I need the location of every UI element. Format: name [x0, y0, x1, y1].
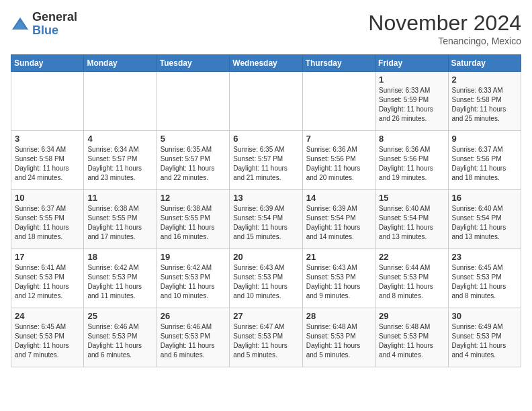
day-number: 17: [15, 252, 80, 262]
day-number: 26: [161, 311, 226, 321]
weekday-header: Wednesday: [230, 55, 302, 72]
calendar-cell: 23Sunrise: 6:45 AM Sunset: 5:53 PM Dayli…: [448, 249, 521, 308]
day-number: 28: [306, 311, 371, 321]
weekday-header: Saturday: [448, 55, 521, 72]
calendar-cell: 21Sunrise: 6:43 AM Sunset: 5:53 PM Dayli…: [302, 249, 375, 308]
logo-icon: [11, 15, 30, 34]
logo-general: General: [32, 11, 77, 24]
day-number: 1: [379, 75, 444, 85]
calendar-header: SundayMondayTuesdayWednesdayThursdayFrid…: [11, 55, 521, 72]
day-number: 30: [452, 311, 517, 321]
weekday-header: Sunday: [11, 55, 84, 72]
weekday-header: Friday: [375, 55, 448, 72]
day-number: 25: [87, 311, 152, 321]
calendar-cell: 20Sunrise: 6:43 AM Sunset: 5:53 PM Dayli…: [230, 249, 302, 308]
calendar-cell: 24Sunrise: 6:45 AM Sunset: 5:53 PM Dayli…: [11, 308, 84, 367]
calendar-cell: 19Sunrise: 6:42 AM Sunset: 5:53 PM Dayli…: [157, 249, 229, 308]
calendar-cell: [157, 72, 229, 131]
page-header: General Blue November 2024 Tenancingo, M…: [11, 11, 521, 46]
calendar-week-row: 10Sunrise: 6:37 AM Sunset: 5:55 PM Dayli…: [11, 190, 521, 249]
calendar-cell: 1Sunrise: 6:33 AM Sunset: 5:59 PM Daylig…: [375, 72, 448, 131]
calendar-cell: 27Sunrise: 6:47 AM Sunset: 5:53 PM Dayli…: [230, 308, 302, 367]
day-number: 18: [87, 252, 152, 262]
day-number: 6: [233, 134, 298, 144]
day-number: 9: [452, 134, 517, 144]
calendar-cell: [84, 72, 157, 131]
calendar-cell: 22Sunrise: 6:44 AM Sunset: 5:53 PM Dayli…: [375, 249, 448, 308]
calendar-cell: 9Sunrise: 6:37 AM Sunset: 5:56 PM Daylig…: [448, 131, 521, 190]
title-block: November 2024 Tenancingo, Mexico: [368, 11, 521, 46]
day-number: 21: [306, 252, 371, 262]
day-info: Sunrise: 6:40 AM Sunset: 5:54 PM Dayligh…: [379, 204, 444, 242]
calendar-cell: 5Sunrise: 6:35 AM Sunset: 5:57 PM Daylig…: [157, 131, 229, 190]
day-info: Sunrise: 6:39 AM Sunset: 5:54 PM Dayligh…: [306, 204, 371, 242]
day-info: Sunrise: 6:44 AM Sunset: 5:53 PM Dayligh…: [379, 263, 444, 301]
day-number: 24: [15, 311, 80, 321]
day-number: 14: [306, 193, 371, 203]
day-number: 20: [233, 252, 298, 262]
day-number: 4: [87, 134, 152, 144]
calendar-week-row: 17Sunrise: 6:41 AM Sunset: 5:53 PM Dayli…: [11, 249, 521, 308]
calendar-cell: 30Sunrise: 6:49 AM Sunset: 5:53 PM Dayli…: [448, 308, 521, 367]
weekday-header: Tuesday: [157, 55, 229, 72]
calendar-cell: 29Sunrise: 6:48 AM Sunset: 5:53 PM Dayli…: [375, 308, 448, 367]
day-number: 7: [306, 134, 371, 144]
calendar-cell: 7Sunrise: 6:36 AM Sunset: 5:56 PM Daylig…: [302, 131, 375, 190]
day-number: 27: [233, 311, 298, 321]
day-number: 22: [379, 252, 444, 262]
month-title: November 2024: [368, 11, 521, 36]
calendar-cell: 17Sunrise: 6:41 AM Sunset: 5:53 PM Dayli…: [11, 249, 84, 308]
day-info: Sunrise: 6:48 AM Sunset: 5:53 PM Dayligh…: [306, 322, 371, 360]
calendar-cell: 26Sunrise: 6:46 AM Sunset: 5:53 PM Dayli…: [157, 308, 229, 367]
calendar-cell: 6Sunrise: 6:35 AM Sunset: 5:57 PM Daylig…: [230, 131, 302, 190]
weekday-header: Monday: [84, 55, 157, 72]
weekday-header: Thursday: [302, 55, 375, 72]
day-number: 8: [379, 134, 444, 144]
day-number: 10: [15, 193, 80, 203]
calendar-cell: 14Sunrise: 6:39 AM Sunset: 5:54 PM Dayli…: [302, 190, 375, 249]
day-info: Sunrise: 6:43 AM Sunset: 5:53 PM Dayligh…: [306, 263, 371, 301]
day-number: 16: [452, 193, 517, 203]
day-info: Sunrise: 6:34 AM Sunset: 5:57 PM Dayligh…: [87, 145, 152, 183]
calendar-body: 1Sunrise: 6:33 AM Sunset: 5:59 PM Daylig…: [11, 72, 521, 367]
day-info: Sunrise: 6:38 AM Sunset: 5:55 PM Dayligh…: [161, 204, 226, 242]
calendar-week-row: 3Sunrise: 6:34 AM Sunset: 5:58 PM Daylig…: [11, 131, 521, 190]
logo: General Blue: [11, 11, 77, 38]
day-info: Sunrise: 6:36 AM Sunset: 5:56 PM Dayligh…: [306, 145, 371, 183]
day-number: 3: [15, 134, 80, 144]
logo-blue: Blue: [32, 24, 77, 38]
calendar-cell: [230, 72, 302, 131]
calendar-cell: 11Sunrise: 6:38 AM Sunset: 5:55 PM Dayli…: [84, 190, 157, 249]
day-info: Sunrise: 6:42 AM Sunset: 5:53 PM Dayligh…: [87, 263, 152, 301]
day-info: Sunrise: 6:46 AM Sunset: 5:53 PM Dayligh…: [87, 322, 152, 360]
calendar-cell: 2Sunrise: 6:33 AM Sunset: 5:58 PM Daylig…: [448, 72, 521, 131]
calendar-cell: 28Sunrise: 6:48 AM Sunset: 5:53 PM Dayli…: [302, 308, 375, 367]
day-number: 15: [379, 193, 444, 203]
day-number: 12: [161, 193, 226, 203]
day-info: Sunrise: 6:35 AM Sunset: 5:57 PM Dayligh…: [233, 145, 298, 183]
day-number: 5: [161, 134, 226, 144]
calendar-cell: 12Sunrise: 6:38 AM Sunset: 5:55 PM Dayli…: [157, 190, 229, 249]
day-info: Sunrise: 6:49 AM Sunset: 5:53 PM Dayligh…: [452, 322, 517, 360]
calendar-cell: [302, 72, 375, 131]
day-info: Sunrise: 6:48 AM Sunset: 5:53 PM Dayligh…: [379, 322, 444, 360]
day-info: Sunrise: 6:41 AM Sunset: 5:53 PM Dayligh…: [15, 263, 80, 301]
calendar-cell: 18Sunrise: 6:42 AM Sunset: 5:53 PM Dayli…: [84, 249, 157, 308]
day-info: Sunrise: 6:47 AM Sunset: 5:53 PM Dayligh…: [233, 322, 298, 360]
calendar-cell: 4Sunrise: 6:34 AM Sunset: 5:57 PM Daylig…: [84, 131, 157, 190]
calendar-cell: 16Sunrise: 6:40 AM Sunset: 5:54 PM Dayli…: [448, 190, 521, 249]
day-number: 2: [452, 75, 517, 85]
logo-text: General Blue: [32, 11, 77, 38]
day-info: Sunrise: 6:45 AM Sunset: 5:53 PM Dayligh…: [15, 322, 80, 360]
day-info: Sunrise: 6:33 AM Sunset: 5:59 PM Dayligh…: [379, 86, 444, 124]
calendar-cell: 3Sunrise: 6:34 AM Sunset: 5:58 PM Daylig…: [11, 131, 84, 190]
calendar-table: SundayMondayTuesdayWednesdayThursdayFrid…: [11, 54, 521, 367]
calendar-week-row: 1Sunrise: 6:33 AM Sunset: 5:59 PM Daylig…: [11, 72, 521, 131]
day-info: Sunrise: 6:43 AM Sunset: 5:53 PM Dayligh…: [233, 263, 298, 301]
calendar-cell: [11, 72, 84, 131]
day-info: Sunrise: 6:39 AM Sunset: 5:54 PM Dayligh…: [233, 204, 298, 242]
day-info: Sunrise: 6:35 AM Sunset: 5:57 PM Dayligh…: [161, 145, 226, 183]
day-info: Sunrise: 6:36 AM Sunset: 5:56 PM Dayligh…: [379, 145, 444, 183]
day-number: 13: [233, 193, 298, 203]
weekday-row: SundayMondayTuesdayWednesdayThursdayFrid…: [11, 55, 521, 72]
